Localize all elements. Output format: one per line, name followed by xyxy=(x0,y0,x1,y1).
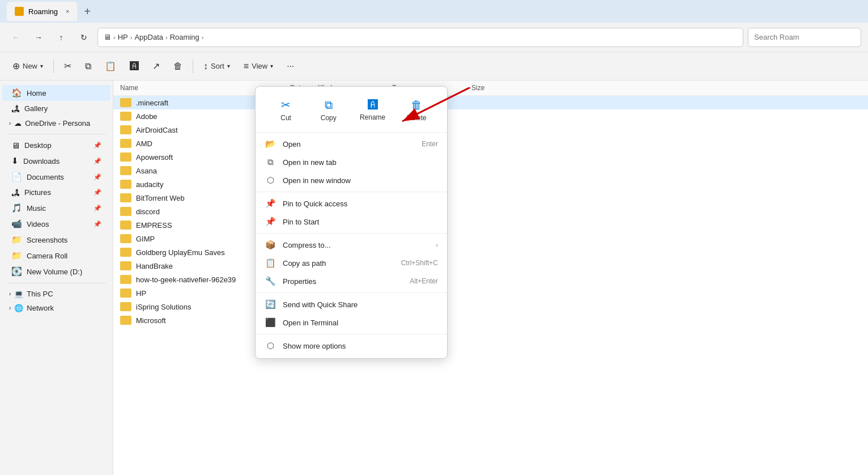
search-input[interactable] xyxy=(748,28,861,47)
sidebar-item-home[interactable]: 🏠 Home xyxy=(2,85,110,101)
sidebar-item-this-pc[interactable]: › 💻 This PC xyxy=(0,287,113,301)
path-item-roaming[interactable]: Roaming xyxy=(170,33,199,41)
tab-folder-icon xyxy=(15,7,24,16)
tab-close-button[interactable]: × xyxy=(66,8,69,15)
sidebar-item-new-volume[interactable]: 💽 New Volume (D:) xyxy=(2,264,110,279)
sidebar-item-downloads[interactable]: ⬇ Downloads 📌 xyxy=(2,153,110,169)
properties-icon: 🔧 xyxy=(265,276,276,286)
sidebar-label-onedrive: OneDrive - Persona xyxy=(25,119,90,128)
tab-label: Roaming xyxy=(28,7,58,16)
home-icon: 🏠 xyxy=(11,88,22,98)
path-item-hp[interactable]: HP xyxy=(118,33,128,41)
context-properties[interactable]: 🔧 Properties Alt+Enter xyxy=(256,272,447,290)
properties-shortcut: Alt+Enter xyxy=(410,277,438,285)
view-button[interactable]: ≡ View ▾ xyxy=(238,58,279,74)
path-sep-1: › xyxy=(113,34,116,41)
context-open-new-tab[interactable]: ⧉ Open in new tab xyxy=(256,153,447,171)
context-rename-button[interactable]: 🅰 Rename xyxy=(354,96,391,125)
open-new-tab-label: Open in new tab xyxy=(283,158,438,167)
context-open-new-window[interactable]: ⬡ Open in new window xyxy=(256,171,447,189)
sidebar-label-downloads: Downloads xyxy=(23,157,59,166)
sidebar-item-videos[interactable]: 📹 Videos 📌 xyxy=(2,216,110,232)
context-copy-button[interactable]: ⧉ Copy xyxy=(312,95,346,125)
sidebar: 🏠 Home 🏞 Gallery › ☁ OneDrive - Persona … xyxy=(0,80,113,475)
back-button[interactable]: ← xyxy=(7,28,25,46)
terminal-label: Open in Terminal xyxy=(283,319,438,327)
context-pin-start[interactable]: 📌 Pin to Start xyxy=(256,213,447,231)
open-new-window-icon: ⬡ xyxy=(265,175,276,185)
sidebar-item-network[interactable]: › 🌐 Network xyxy=(0,301,113,315)
more-icon: ··· xyxy=(287,61,294,71)
context-menu-overlay[interactable]: ✂ Cut ⧉ Copy 🅰 Rename 🗑 Delete xyxy=(113,80,868,475)
new-button[interactable]: ⊕ New ▾ xyxy=(7,58,49,74)
sidebar-label-music: Music xyxy=(27,204,46,213)
tab-roaming[interactable]: Roaming × xyxy=(7,2,77,21)
sidebar-label-documents: Documents xyxy=(27,173,64,181)
context-sep-4 xyxy=(256,334,447,334)
delete-button[interactable]: 🗑 xyxy=(168,58,188,74)
context-copy-path[interactable]: 📋 Copy as path Ctrl+Shift+C xyxy=(256,254,447,272)
sort-dropdown-icon: ▾ xyxy=(227,63,230,69)
copy-button[interactable]: ⧉ xyxy=(79,58,97,74)
sidebar-label-camera-roll: Camera Roll xyxy=(27,252,67,260)
copy-icon: ⧉ xyxy=(85,61,91,71)
address-bar: ← → ↑ ↻ 🖥 › HP › AppData › Roaming › xyxy=(0,23,868,52)
context-open[interactable]: 📂 Open Enter xyxy=(256,135,447,153)
new-tab-button[interactable]: + xyxy=(84,5,91,18)
title-bar: Roaming × + xyxy=(0,0,868,23)
cut-label: Cut xyxy=(280,114,291,122)
new-icon: ⊕ xyxy=(12,61,20,71)
sidebar-item-screenshots[interactable]: 📁 Screenshots xyxy=(2,232,110,248)
sidebar-item-documents[interactable]: 📄 Documents 📌 xyxy=(2,169,110,185)
up-icon: ↑ xyxy=(59,33,63,42)
sort-icon: ↕ xyxy=(203,61,208,71)
sidebar-item-desktop[interactable]: 🖥 Desktop 📌 xyxy=(2,138,110,153)
sidebar-label-home: Home xyxy=(27,89,46,97)
sort-button[interactable]: ↕ Sort ▾ xyxy=(198,58,236,74)
context-compress[interactable]: 📦 Compress to... › xyxy=(256,236,447,254)
address-path[interactable]: 🖥 › HP › AppData › Roaming › xyxy=(97,28,743,47)
refresh-icon: ↻ xyxy=(80,33,87,42)
expand-icon-network: › xyxy=(9,305,11,311)
refresh-button[interactable]: ↻ xyxy=(75,28,93,46)
cut-button[interactable]: ✂ xyxy=(58,58,77,74)
context-sep-3 xyxy=(256,292,447,293)
this-pc-icon: 💻 xyxy=(14,290,23,298)
context-more-options[interactable]: ⬡ Show more options xyxy=(256,337,447,355)
main-layout: 🏠 Home 🏞 Gallery › ☁ OneDrive - Persona … xyxy=(0,80,868,475)
pin-icon-documents: 📌 xyxy=(93,173,101,181)
sidebar-item-onedrive[interactable]: › ☁ OneDrive - Persona xyxy=(0,116,113,130)
sidebar-item-gallery[interactable]: 🏞 Gallery xyxy=(2,101,110,116)
forward-button[interactable]: → xyxy=(29,28,48,46)
up-button[interactable]: ↑ xyxy=(52,28,70,46)
context-delete-button[interactable]: 🗑 Delete xyxy=(399,95,433,125)
screenshots-icon: 📁 xyxy=(11,235,22,245)
open-icon: 📂 xyxy=(265,139,276,149)
context-quick-share[interactable]: 🔄 Send with Quick Share xyxy=(256,295,447,313)
share-button[interactable]: ↗ xyxy=(147,58,165,74)
context-cut-button[interactable]: ✂ Cut xyxy=(269,95,303,125)
new-volume-icon: 💽 xyxy=(11,266,22,277)
context-pin-quick[interactable]: 📌 Pin to Quick access xyxy=(256,194,447,213)
pin-icon-downloads: 📌 xyxy=(93,158,101,165)
music-icon: 🎵 xyxy=(11,203,22,213)
rename-button[interactable]: 🅰 xyxy=(124,58,144,74)
path-item-appdata[interactable]: AppData xyxy=(134,33,163,41)
file-area: Name Date modified Type Size .minecraft … xyxy=(113,80,868,475)
context-sep-2 xyxy=(256,233,447,234)
context-menu-quick-actions: ✂ Cut ⧉ Copy 🅰 Rename 🗑 Delete xyxy=(256,90,447,133)
pictures-icon: 🏞 xyxy=(11,188,20,197)
onedrive-icon: ☁ xyxy=(14,119,22,128)
sidebar-item-camera-roll[interactable]: 📁 Camera Roll xyxy=(2,248,110,264)
paste-button[interactable]: 📋 xyxy=(99,58,122,74)
compress-label: Compress to... xyxy=(283,241,429,249)
sidebar-label-pictures: Pictures xyxy=(24,188,51,197)
sidebar-label-this-pc: This PC xyxy=(27,290,53,298)
sidebar-label-gallery: Gallery xyxy=(24,104,48,113)
sidebar-item-music[interactable]: 🎵 Music 📌 xyxy=(2,200,110,216)
sidebar-item-pictures[interactable]: 🏞 Pictures 📌 xyxy=(2,185,110,200)
more-button[interactable]: ··· xyxy=(281,58,300,74)
delete-icon: 🗑 xyxy=(411,99,422,112)
compress-arrow: › xyxy=(436,241,438,248)
context-terminal[interactable]: ⬛ Open in Terminal xyxy=(256,313,447,332)
